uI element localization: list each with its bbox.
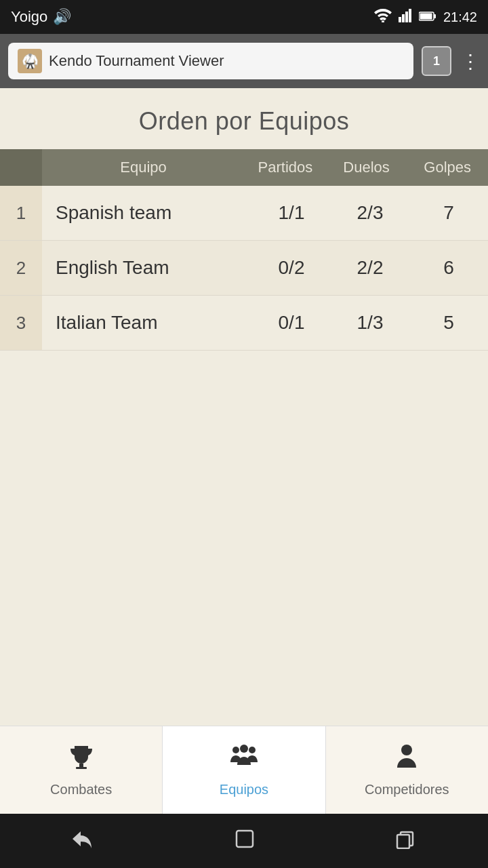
- status-bar: Yoigo 🔊 21:42: [0, 0, 488, 34]
- wifi-icon: [374, 9, 392, 26]
- nav-item-equipos[interactable]: Equipos: [163, 726, 325, 814]
- rank-cell: 3: [0, 296, 42, 350]
- points-header: Golpes: [407, 149, 488, 186]
- team-header: Equipo: [42, 149, 245, 186]
- points-cell: 7: [409, 186, 488, 240]
- table-header: Equipo Partidos Duelos Golpes: [0, 149, 488, 186]
- status-right: 21:42: [374, 9, 477, 26]
- standings-table: Equipo Partidos Duelos Golpes 1 Spanish …: [0, 149, 488, 351]
- app-icon: 🥋: [18, 49, 42, 73]
- matches-header: Partidos: [245, 149, 326, 186]
- status-left: Yoigo 🔊: [11, 8, 71, 26]
- page-title: Orden por Equipos: [0, 88, 488, 149]
- nav-item-competidores[interactable]: Competidores: [326, 726, 488, 814]
- svg-rect-3: [405, 12, 408, 22]
- team-name-cell: Spanish team: [42, 186, 252, 240]
- teams-icon: [229, 743, 259, 776]
- home-button[interactable]: [234, 828, 256, 854]
- person-icon: [394, 743, 419, 776]
- browser-bar: 🥋 Kendo Tournament Viewer 1 ⋮: [0, 34, 488, 88]
- matches-cell: 0/2: [252, 241, 331, 295]
- duels-cell: 2/2: [331, 241, 409, 295]
- svg-point-10: [232, 747, 239, 753]
- points-cell: 6: [409, 241, 488, 295]
- svg-point-13: [401, 745, 412, 755]
- clock: 21:42: [443, 9, 477, 25]
- nav-item-combates[interactable]: Combates: [0, 726, 163, 814]
- back-button[interactable]: [70, 829, 94, 854]
- team-name-cell: English Team: [42, 241, 252, 295]
- svg-rect-7: [420, 13, 432, 19]
- nav-label-competidores: Competidores: [365, 782, 449, 797]
- signal-icon: [399, 9, 412, 26]
- svg-rect-14: [237, 831, 253, 847]
- svg-point-0: [382, 20, 384, 22]
- svg-rect-8: [79, 764, 83, 767]
- duels-header: Duelos: [326, 149, 407, 186]
- svg-point-11: [249, 747, 256, 753]
- svg-rect-4: [409, 9, 411, 22]
- svg-rect-6: [434, 14, 436, 18]
- trophy-icon: [68, 743, 95, 776]
- browser-address[interactable]: 🥋 Kendo Tournament Viewer: [8, 43, 413, 79]
- tab-count-button[interactable]: 1: [422, 46, 451, 76]
- matches-cell: 1/1: [252, 186, 331, 240]
- svg-point-12: [240, 745, 248, 753]
- table-row[interactable]: 2 English Team 0/2 2/2 6: [0, 241, 488, 296]
- rank-cell: 2: [0, 241, 42, 295]
- volume-icon: 🔊: [53, 8, 71, 26]
- table-row[interactable]: 1 Spanish team 1/1 2/3 7: [0, 186, 488, 241]
- svg-rect-16: [397, 835, 409, 848]
- carrier-label: Yoigo: [11, 8, 47, 26]
- team-name-cell: Italian Team: [42, 296, 252, 350]
- battery-icon: [419, 9, 436, 25]
- duels-cell: 1/3: [331, 296, 409, 350]
- browser-actions: 1 ⋮: [422, 46, 480, 76]
- rank-header: [0, 149, 42, 186]
- svg-rect-1: [399, 17, 401, 22]
- nav-label-combates: Combates: [50, 782, 112, 797]
- svg-rect-2: [402, 14, 405, 22]
- matches-cell: 0/1: [252, 296, 331, 350]
- more-button[interactable]: ⋮: [461, 50, 480, 73]
- svg-rect-9: [76, 767, 87, 769]
- browser-title: Kendo Tournament Viewer: [49, 52, 224, 70]
- bottom-nav: Combates Equipos Competid: [0, 726, 488, 814]
- page-content: Orden por Equipos Equipo Partidos Duelos…: [0, 88, 488, 726]
- recent-button[interactable]: [395, 829, 418, 854]
- points-cell: 5: [409, 296, 488, 350]
- nav-label-equipos: Equipos: [220, 782, 268, 797]
- system-nav-bar: [0, 814, 488, 868]
- rank-cell: 1: [0, 186, 42, 240]
- duels-cell: 2/3: [331, 186, 409, 240]
- table-row[interactable]: 3 Italian Team 0/1 1/3 5: [0, 296, 488, 351]
